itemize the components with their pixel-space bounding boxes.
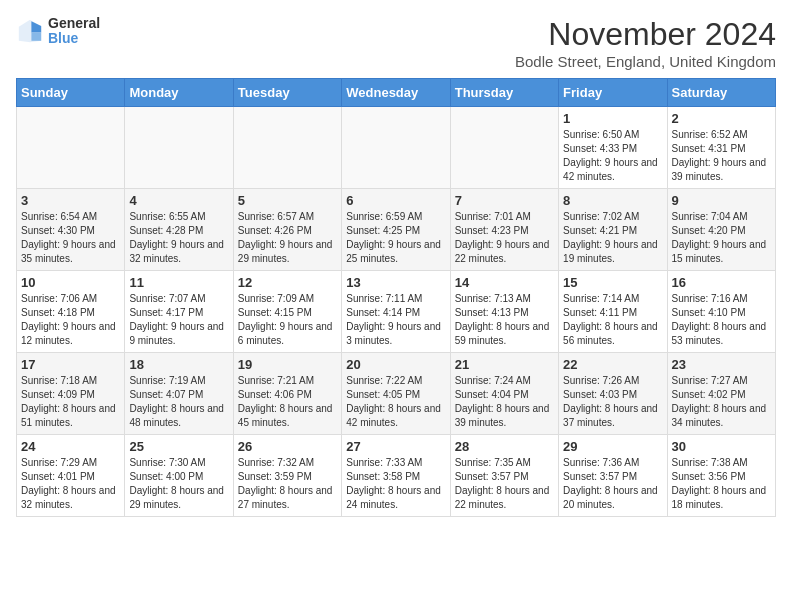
day-info: Sunrise: 7:38 AM Sunset: 3:56 PM Dayligh…	[672, 456, 771, 512]
calendar-week-row: 3Sunrise: 6:54 AM Sunset: 4:30 PM Daylig…	[17, 189, 776, 271]
day-number: 24	[21, 439, 120, 454]
day-number: 20	[346, 357, 445, 372]
day-number: 15	[563, 275, 662, 290]
calendar-header-friday: Friday	[559, 79, 667, 107]
logo-blue-text: Blue	[48, 31, 100, 46]
calendar-cell: 24Sunrise: 7:29 AM Sunset: 4:01 PM Dayli…	[17, 435, 125, 517]
day-info: Sunrise: 7:14 AM Sunset: 4:11 PM Dayligh…	[563, 292, 662, 348]
calendar-cell: 18Sunrise: 7:19 AM Sunset: 4:07 PM Dayli…	[125, 353, 233, 435]
calendar-cell: 30Sunrise: 7:38 AM Sunset: 3:56 PM Dayli…	[667, 435, 775, 517]
day-number: 12	[238, 275, 337, 290]
calendar-header-wednesday: Wednesday	[342, 79, 450, 107]
day-info: Sunrise: 7:09 AM Sunset: 4:15 PM Dayligh…	[238, 292, 337, 348]
day-number: 7	[455, 193, 554, 208]
day-number: 4	[129, 193, 228, 208]
calendar-cell: 13Sunrise: 7:11 AM Sunset: 4:14 PM Dayli…	[342, 271, 450, 353]
calendar-header-sunday: Sunday	[17, 79, 125, 107]
day-number: 8	[563, 193, 662, 208]
day-info: Sunrise: 7:30 AM Sunset: 4:00 PM Dayligh…	[129, 456, 228, 512]
day-info: Sunrise: 7:32 AM Sunset: 3:59 PM Dayligh…	[238, 456, 337, 512]
calendar-week-row: 24Sunrise: 7:29 AM Sunset: 4:01 PM Dayli…	[17, 435, 776, 517]
day-info: Sunrise: 7:22 AM Sunset: 4:05 PM Dayligh…	[346, 374, 445, 430]
day-number: 27	[346, 439, 445, 454]
day-info: Sunrise: 7:36 AM Sunset: 3:57 PM Dayligh…	[563, 456, 662, 512]
day-info: Sunrise: 7:18 AM Sunset: 4:09 PM Dayligh…	[21, 374, 120, 430]
calendar-cell	[342, 107, 450, 189]
day-number: 3	[21, 193, 120, 208]
day-number: 5	[238, 193, 337, 208]
day-info: Sunrise: 6:52 AM Sunset: 4:31 PM Dayligh…	[672, 128, 771, 184]
calendar-week-row: 17Sunrise: 7:18 AM Sunset: 4:09 PM Dayli…	[17, 353, 776, 435]
day-number: 16	[672, 275, 771, 290]
calendar-title: November 2024	[515, 16, 776, 53]
title-section: November 2024 Bodle Street, England, Uni…	[515, 16, 776, 70]
calendar-cell	[233, 107, 341, 189]
calendar-table: SundayMondayTuesdayWednesdayThursdayFrid…	[16, 78, 776, 517]
day-number: 28	[455, 439, 554, 454]
day-info: Sunrise: 7:06 AM Sunset: 4:18 PM Dayligh…	[21, 292, 120, 348]
calendar-cell: 9Sunrise: 7:04 AM Sunset: 4:20 PM Daylig…	[667, 189, 775, 271]
calendar-cell: 22Sunrise: 7:26 AM Sunset: 4:03 PM Dayli…	[559, 353, 667, 435]
day-info: Sunrise: 7:26 AM Sunset: 4:03 PM Dayligh…	[563, 374, 662, 430]
day-number: 22	[563, 357, 662, 372]
logo-general-text: General	[48, 16, 100, 31]
day-number: 18	[129, 357, 228, 372]
calendar-week-row: 1Sunrise: 6:50 AM Sunset: 4:33 PM Daylig…	[17, 107, 776, 189]
svg-marker-2	[31, 33, 41, 41]
day-info: Sunrise: 6:59 AM Sunset: 4:25 PM Dayligh…	[346, 210, 445, 266]
calendar-week-row: 10Sunrise: 7:06 AM Sunset: 4:18 PM Dayli…	[17, 271, 776, 353]
day-info: Sunrise: 7:27 AM Sunset: 4:02 PM Dayligh…	[672, 374, 771, 430]
day-info: Sunrise: 7:07 AM Sunset: 4:17 PM Dayligh…	[129, 292, 228, 348]
day-info: Sunrise: 7:19 AM Sunset: 4:07 PM Dayligh…	[129, 374, 228, 430]
day-number: 1	[563, 111, 662, 126]
svg-marker-1	[31, 22, 41, 33]
day-number: 26	[238, 439, 337, 454]
day-info: Sunrise: 7:13 AM Sunset: 4:13 PM Dayligh…	[455, 292, 554, 348]
calendar-header-thursday: Thursday	[450, 79, 558, 107]
calendar-cell: 19Sunrise: 7:21 AM Sunset: 4:06 PM Dayli…	[233, 353, 341, 435]
calendar-cell: 25Sunrise: 7:30 AM Sunset: 4:00 PM Dayli…	[125, 435, 233, 517]
day-info: Sunrise: 6:50 AM Sunset: 4:33 PM Dayligh…	[563, 128, 662, 184]
day-number: 14	[455, 275, 554, 290]
day-number: 29	[563, 439, 662, 454]
calendar-cell: 14Sunrise: 7:13 AM Sunset: 4:13 PM Dayli…	[450, 271, 558, 353]
calendar-cell: 17Sunrise: 7:18 AM Sunset: 4:09 PM Dayli…	[17, 353, 125, 435]
day-number: 10	[21, 275, 120, 290]
calendar-cell: 16Sunrise: 7:16 AM Sunset: 4:10 PM Dayli…	[667, 271, 775, 353]
calendar-cell: 26Sunrise: 7:32 AM Sunset: 3:59 PM Dayli…	[233, 435, 341, 517]
calendar-cell: 29Sunrise: 7:36 AM Sunset: 3:57 PM Dayli…	[559, 435, 667, 517]
day-number: 2	[672, 111, 771, 126]
day-number: 25	[129, 439, 228, 454]
calendar-cell: 1Sunrise: 6:50 AM Sunset: 4:33 PM Daylig…	[559, 107, 667, 189]
calendar-cell: 15Sunrise: 7:14 AM Sunset: 4:11 PM Dayli…	[559, 271, 667, 353]
calendar-cell: 5Sunrise: 6:57 AM Sunset: 4:26 PM Daylig…	[233, 189, 341, 271]
calendar-cell: 11Sunrise: 7:07 AM Sunset: 4:17 PM Dayli…	[125, 271, 233, 353]
calendar-cell: 8Sunrise: 7:02 AM Sunset: 4:21 PM Daylig…	[559, 189, 667, 271]
day-info: Sunrise: 7:21 AM Sunset: 4:06 PM Dayligh…	[238, 374, 337, 430]
calendar-cell: 10Sunrise: 7:06 AM Sunset: 4:18 PM Dayli…	[17, 271, 125, 353]
calendar-cell: 2Sunrise: 6:52 AM Sunset: 4:31 PM Daylig…	[667, 107, 775, 189]
day-number: 30	[672, 439, 771, 454]
calendar-cell: 3Sunrise: 6:54 AM Sunset: 4:30 PM Daylig…	[17, 189, 125, 271]
day-info: Sunrise: 6:55 AM Sunset: 4:28 PM Dayligh…	[129, 210, 228, 266]
logo-text: General Blue	[48, 16, 100, 47]
calendar-cell: 4Sunrise: 6:55 AM Sunset: 4:28 PM Daylig…	[125, 189, 233, 271]
day-info: Sunrise: 7:16 AM Sunset: 4:10 PM Dayligh…	[672, 292, 771, 348]
day-number: 21	[455, 357, 554, 372]
calendar-cell: 21Sunrise: 7:24 AM Sunset: 4:04 PM Dayli…	[450, 353, 558, 435]
calendar-cell: 27Sunrise: 7:33 AM Sunset: 3:58 PM Dayli…	[342, 435, 450, 517]
day-info: Sunrise: 7:11 AM Sunset: 4:14 PM Dayligh…	[346, 292, 445, 348]
day-info: Sunrise: 7:33 AM Sunset: 3:58 PM Dayligh…	[346, 456, 445, 512]
day-number: 19	[238, 357, 337, 372]
day-info: Sunrise: 6:57 AM Sunset: 4:26 PM Dayligh…	[238, 210, 337, 266]
calendar-header-row: SundayMondayTuesdayWednesdayThursdayFrid…	[17, 79, 776, 107]
calendar-cell	[450, 107, 558, 189]
calendar-subtitle: Bodle Street, England, United Kingdom	[515, 53, 776, 70]
day-info: Sunrise: 7:29 AM Sunset: 4:01 PM Dayligh…	[21, 456, 120, 512]
calendar-cell	[125, 107, 233, 189]
calendar-cell: 6Sunrise: 6:59 AM Sunset: 4:25 PM Daylig…	[342, 189, 450, 271]
calendar-cell	[17, 107, 125, 189]
day-info: Sunrise: 7:24 AM Sunset: 4:04 PM Dayligh…	[455, 374, 554, 430]
logo: General Blue	[16, 16, 100, 47]
day-number: 6	[346, 193, 445, 208]
